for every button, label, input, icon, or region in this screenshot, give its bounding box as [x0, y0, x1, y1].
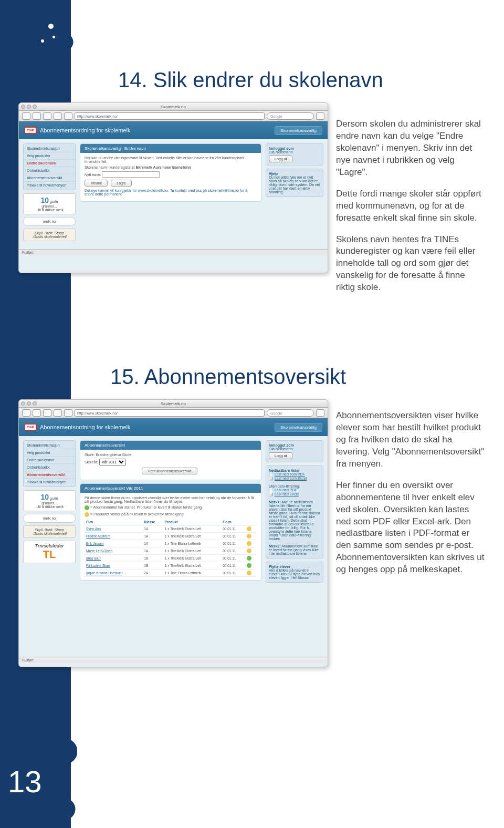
forward-button[interactable]: [33, 112, 41, 120]
cell-produkt: 1 x TineMelk Ekstra Lett: [163, 562, 221, 570]
elev-link[interactable]: Sverr Aas: [86, 527, 101, 531]
role-badge[interactable]: Skolemelkansvarlig: [275, 126, 322, 135]
bookmarks-button[interactable]: [316, 409, 324, 417]
sidebar: Skoleadministrasjon Velg produkter Endre…: [23, 143, 76, 244]
pdf-icon: 📄: [269, 472, 274, 476]
nav-skoleadmin[interactable]: Skoleadministrasjon: [24, 145, 75, 152]
status-dot: [247, 556, 251, 561]
elev-link[interactable]: Erik Jessen: [86, 542, 104, 545]
app-header: TINE Abonnementsordning for skolemelk Sk…: [19, 418, 328, 436]
main-area: Skolemelkansvarlig - Endre navn Her kan …: [80, 143, 261, 244]
promo-melk-no[interactable]: melk.no: [23, 217, 76, 226]
current-name-value: Ekremelk Aursmoen Barnetrinn: [136, 165, 191, 169]
status-dot: [247, 541, 251, 546]
help-title: Hjelp: [269, 172, 278, 175]
cell-fom: 00.01.11: [221, 562, 245, 570]
download-pdf[interactable]: Last ned som PDF: [275, 472, 305, 476]
browser-search[interactable]: Google: [267, 112, 314, 120]
nav-tilbake-hovedmeny[interactable]: Tilbake til hovedmenyen: [24, 479, 75, 485]
promo-trivsel-icon: TL: [43, 548, 56, 560]
nav-velg-produkter[interactable]: Velg produkter: [24, 152, 75, 160]
section-14-body: Dersom skolen du administrerer skal endr…: [336, 118, 486, 303]
logout-button[interactable]: Logg ut: [269, 452, 292, 459]
promo-skyll-brett-stapp: Skyll. Brett. Stapp -Gratis skolematerie…: [23, 229, 76, 241]
cell-produkt: 1 x Tine Ekstra Lettmelk: [163, 570, 221, 577]
download-pdf-nofilter[interactable]: Last ned PDF: [275, 488, 297, 492]
browser-toolbar: http://www.skolemelk.no/ Google: [19, 408, 328, 418]
filter-title: Uten dato-filtrering:: [269, 484, 300, 488]
download-excel-nofilter[interactable]: Last ned Excel: [275, 492, 299, 496]
nav-endre-skolenavn[interactable]: Endre skolenavn: [24, 160, 75, 167]
browser-search[interactable]: Google: [267, 409, 314, 417]
window-titlebar: Skolemelk.no: [19, 103, 328, 111]
tine-logo: TINE: [24, 127, 37, 134]
elev-link[interactable]: Ingvie Kristine Hoelsveit: [86, 571, 122, 575]
promo-melk-no[interactable]: melk.no: [23, 514, 76, 523]
legend-yellow-dot: [85, 512, 89, 517]
move-box: Flytte elever Ved å klikke på navnet til…: [266, 562, 323, 583]
cell-klasse: 1A: [142, 540, 163, 547]
download-box: Nedlastbare lister 📄 Last ned som PDF 📊 …: [266, 465, 323, 558]
stop-button[interactable]: [54, 409, 62, 417]
download-title: Nedlastbare lister: [269, 469, 300, 472]
nav-ordrehistorikk[interactable]: Ordrehistorikk: [24, 464, 75, 471]
cell-fom: 00.01.11: [221, 547, 245, 555]
note1-text: Alle de nedlastbare listene blir filtrer…: [269, 500, 320, 541]
new-name-input[interactable]: [102, 171, 160, 178]
role-badge[interactable]: Skolemelkansvarlig: [275, 423, 322, 432]
nav-abonnementsoversikt[interactable]: Abonnementsoversikt: [24, 471, 75, 479]
cell-klasse: 1A: [142, 525, 163, 533]
nav-velg-produkter[interactable]: Velg produkter: [24, 449, 75, 457]
nav-ordrehistorikk[interactable]: Ordrehistorikk: [24, 167, 75, 174]
panel-endre-navn: Skolemelkansvarlig - Endre navn Her kan …: [80, 143, 261, 202]
bookmarks-button[interactable]: [316, 112, 324, 120]
btn-tilbake[interactable]: Tilbake: [85, 180, 108, 187]
move-text: Ved å klikke på navnet til eleven kan du…: [269, 568, 320, 579]
bubble-decor: [41, 39, 44, 43]
status-bar: Fullført: [19, 657, 328, 663]
url-field[interactable]: http://www.skolemelk.no/: [75, 112, 265, 120]
legend-green: = Abonnementet har startet. Produktet er…: [90, 505, 203, 509]
col-fom: F.o.m.: [221, 519, 245, 525]
bubble-decor: [79, 780, 90, 789]
back-button[interactable]: [22, 409, 30, 417]
elev-link[interactable]: Marte Leth-Olsen: [86, 549, 112, 553]
promo-10-line2: grunner...: [41, 501, 57, 505]
url-field[interactable]: http://www.skolemelk.no/: [75, 409, 265, 417]
promo-trivsel-title: Trivselsleder: [35, 543, 64, 548]
year-label: Skoleår:: [85, 460, 98, 464]
panel2-intro: På denne siden finner du en oppdatert ov…: [85, 496, 257, 503]
elev-link[interactable]: Fredrik Aastrem: [86, 534, 110, 538]
logout-button[interactable]: Logg ut: [269, 156, 292, 162]
nav-endre-skolenavn[interactable]: Endre skolenavn: [24, 457, 75, 464]
section-14-p2: Dette fordi mange skoler står oppført me…: [336, 188, 486, 224]
promo-10-line1: gode: [50, 496, 58, 500]
panel-title: Skolemelkansvarlig - Endre navn: [80, 144, 261, 153]
btn-lagre[interactable]: Lagre: [111, 180, 132, 187]
elev-link[interactable]: greg gour: [86, 556, 101, 560]
screenshot-endre-skolenavn: Skolemelk.no http://www.skolemelk.no/ Go…: [18, 102, 328, 273]
forward-button[interactable]: [33, 409, 41, 417]
logged-in-box: Innlogget som Ola Nordmann Logg ut: [266, 143, 323, 165]
bubble-decor: [74, 762, 77, 765]
note1-label: Merk1:: [269, 500, 281, 504]
home-button[interactable]: [64, 112, 72, 120]
promo-10-line1: gode: [50, 200, 58, 203]
reload-button[interactable]: [43, 409, 51, 417]
nav-tilbake-hovedmeny[interactable]: Tilbake til hovedmenyen: [24, 182, 75, 189]
nav-abonnementsoversikt[interactable]: Abonnementsoversikt: [24, 174, 75, 182]
panel-oversikt-resultat: Abonnementsoversikt Vår 2011 På denne si…: [80, 483, 261, 581]
stop-button[interactable]: [54, 112, 62, 120]
status-dot: [247, 526, 251, 531]
window-titlebar: Skolemelk.no: [19, 400, 328, 408]
home-button[interactable]: [64, 409, 72, 417]
panel1-title: Abonnementsoversikt: [80, 441, 261, 450]
nav-skoleadmin[interactable]: Skoleadministrasjon: [24, 442, 75, 449]
elev-link[interactable]: På Ludvig Skau: [86, 564, 110, 567]
btn-hent-oversikt[interactable]: Hent abonnementsoversikt: [142, 468, 197, 474]
reload-button[interactable]: [43, 112, 51, 120]
promo-10-grunner: 10 gode grunner... ...til å drikke melk: [23, 490, 76, 511]
year-select[interactable]: Vår 2011: [99, 459, 126, 465]
download-excel[interactable]: Last ned som Excel: [275, 477, 307, 480]
back-button[interactable]: [22, 112, 30, 120]
